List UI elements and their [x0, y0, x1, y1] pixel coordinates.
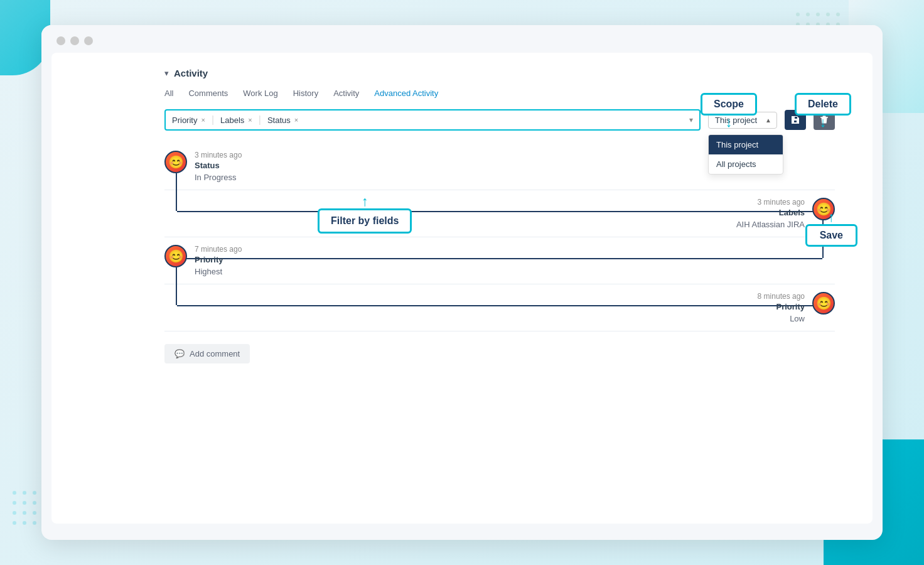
save-arrow-up-icon: ↑ — [805, 210, 857, 224]
filter-annotation-box: Filter by fields — [318, 208, 412, 234]
scope-option-all-projects[interactable]: All projects — [709, 154, 783, 174]
activity-field-3: Priority — [195, 255, 835, 264]
filter-tag-labels-remove[interactable]: × — [248, 116, 252, 124]
filter-dropdown-arrow-icon: ▾ — [689, 116, 693, 124]
filter-tag-priority-label: Priority — [172, 116, 197, 125]
activity-time-2: 3 minutes ago — [164, 198, 805, 207]
chrome-dot-1 — [56, 36, 65, 45]
scope-option-this-project[interactable]: This project — [709, 135, 783, 154]
delete-annotation-box: Delete — [795, 93, 851, 116]
save-annotation-box: Save — [805, 224, 857, 247]
tab-all[interactable]: All — [164, 89, 173, 100]
activity-field-2: Labels — [164, 208, 805, 217]
filter-tag-status-label: Status — [267, 116, 291, 125]
activity-value-4: Low — [164, 314, 805, 323]
activity-item-priority-low: 8 minutes ago Priority Low 😊 — [164, 284, 835, 331]
tab-history[interactable]: History — [293, 89, 318, 100]
filter-separator-1: | — [212, 114, 214, 126]
activity-time-4: 8 minutes ago — [164, 292, 805, 301]
avatar-item4: 😊 — [812, 292, 835, 315]
filter-separator-2: | — [259, 114, 261, 126]
comment-icon: 💬 — [175, 349, 185, 358]
avatar-face-icon-4: 😊 — [816, 296, 832, 311]
filter-tag-status-remove[interactable]: × — [294, 116, 298, 124]
delete-annotation: Delete ↓ — [795, 93, 851, 129]
activity-header: ▾ Activity — [164, 68, 835, 78]
chrome-dot-3 — [84, 36, 93, 45]
tab-worklog[interactable]: Work Log — [243, 89, 277, 100]
filter-annotation: ↑ Filter by fields — [318, 195, 412, 234]
avatar-item1: 😊 — [164, 151, 187, 173]
activity-item-priority-highest: 😊 7 minutes ago Priority Highest — [164, 237, 835, 284]
save-annotation: ↑ Save — [805, 210, 857, 247]
activity-item-labels: 3 minutes ago Labels AIH Atlassian JIRA … — [164, 190, 835, 237]
tab-advanced-activity[interactable]: Advanced Activity — [374, 89, 438, 100]
add-comment-label: Add comment — [190, 349, 240, 358]
activity-content-4: 8 minutes ago Priority Low — [164, 292, 805, 323]
activity-content-2: 3 minutes ago Labels AIH Atlassian JIRA — [164, 198, 805, 229]
filter-input-container[interactable]: Priority × | Labels × | Status × ▾ — [164, 109, 701, 131]
scope-annotation-box: Scope — [701, 93, 757, 116]
filter-tag-priority: Priority × — [172, 116, 205, 125]
filter-tag-labels-label: Labels — [220, 116, 244, 125]
activity-title: Activity — [174, 68, 208, 78]
activity-value-2: AIH Atlassian JIRA — [164, 220, 805, 229]
avatar-face-icon-3: 😊 — [168, 249, 184, 264]
activity-field-4: Priority — [164, 302, 805, 311]
activity-chevron-icon: ▾ — [164, 68, 169, 78]
tab-activity[interactable]: Activity — [333, 89, 359, 100]
activity-time-3: 7 minutes ago — [195, 245, 835, 254]
delete-arrow-down-icon: ↓ — [795, 116, 851, 129]
activity-value-3: Highest — [195, 267, 835, 276]
tab-comments[interactable]: Comments — [188, 89, 228, 100]
scope-dropdown-menu: This project All projects — [708, 134, 783, 175]
avatar-face-icon: 😊 — [168, 154, 184, 170]
filter-arrow-up-icon: ↑ — [318, 195, 412, 208]
chrome-dot-2 — [70, 36, 79, 45]
avatar-item3: 😊 — [164, 245, 187, 267]
filter-tag-status: Status × — [267, 116, 298, 125]
main-window: ▾ Activity All Comments Work Log History… — [41, 25, 883, 540]
activity-content-3: 7 minutes ago Priority Highest — [195, 245, 835, 276]
scope-annotation: Scope ↓ — [701, 93, 757, 129]
window-chrome — [41, 25, 883, 45]
scope-dropdown-arrow-icon: ▲ — [765, 117, 771, 124]
scope-arrow-down-icon: ↓ — [701, 116, 757, 129]
filter-tag-priority-remove[interactable]: × — [201, 116, 205, 124]
filter-tag-labels: Labels × — [220, 116, 252, 125]
add-comment-button[interactable]: 💬 Add comment — [164, 344, 250, 363]
